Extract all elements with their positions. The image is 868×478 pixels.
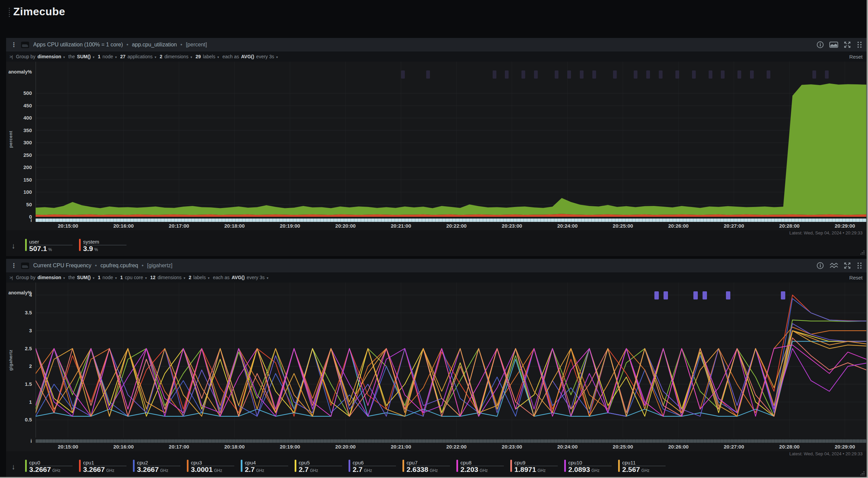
toolbar-expand-icon[interactable]: >| [9,275,13,280]
toolbar-term[interactable]: 1 [120,275,123,280]
kebab-menu-icon[interactable]: ⋮ [11,263,17,269]
toolbar-term[interactable]: node [102,275,113,280]
chevron-down-icon[interactable]: ▾ [183,276,185,280]
info-icon[interactable] [816,41,824,48]
legend-color-chip [25,460,27,472]
panel-header: ⋮ Apps CPU utilization (100% = 1 core) •… [6,38,867,51]
chevron-down-icon[interactable]: ▾ [145,276,147,280]
chart-canvas-cpu-frequency[interactable]: gigahertz anomaly%43.532.521.510.5i20:15… [6,283,867,451]
legend-item-cpu5[interactable]: cpu52.7GHz [295,460,349,474]
x-tick-label: 20:25:00 [613,223,633,229]
toolbar-term: Group by [16,54,36,59]
legend-sort-arrow-icon[interactable]: ↓ [12,462,25,471]
toolbar-term[interactable]: AVG() [232,275,245,280]
chevron-down-icon[interactable]: ▾ [191,55,192,59]
drag-grid-icon[interactable] [856,41,863,48]
chevron-down-icon[interactable]: ▾ [115,55,117,59]
title-drag-icon[interactable] [9,6,10,17]
y-tick-label: 500 [6,90,32,96]
legend-item-cpu8[interactable]: cpu82.203GHz [456,460,510,474]
toolbar-term[interactable]: dimension [38,275,61,280]
toolbar-term[interactable]: applications [127,54,153,59]
chevron-down-icon[interactable]: ▾ [93,55,95,59]
legend-value: 507.1% [29,245,73,253]
info-icon[interactable] [816,262,824,269]
legend-item-cpu1[interactable]: cpu13.2667GHz [79,460,133,474]
legend-color-chip [241,460,242,472]
chevron-down-icon[interactable]: ▾ [63,55,65,59]
chevron-down-icon[interactable]: ▾ [276,55,278,59]
chevron-down-icon[interactable]: ▾ [93,276,95,280]
toolbar-term[interactable]: 2 [160,54,162,59]
toolbar-term[interactable]: SUM() [77,275,91,280]
y-tick-label: 400 [6,115,32,121]
toolbar-term[interactable]: 27 [120,54,126,59]
panel-resize-handle[interactable] [861,250,865,254]
x-tick-label: 20:27:00 [724,223,744,229]
toolbar-term[interactable]: dimensions [164,54,189,59]
legend-sort-arrow-icon[interactable]: ↓ [12,242,25,250]
reset-button[interactable]: Reset [849,54,863,60]
toolbar-term[interactable]: every 3s [256,54,274,59]
legend-color-chip [402,460,404,472]
toolbar-term[interactable]: SUM() [77,54,91,59]
chevron-down-icon[interactable]: ▾ [115,276,117,280]
legend-value: 2.6338GHz [407,466,450,474]
toolbar-term[interactable]: 2 [189,275,192,280]
latest-row: Latest: Wed, Sep 04, 2024 • 20:29:33 [6,230,867,236]
legend-item-cpu11[interactable]: cpu112.567GHz [618,460,672,474]
toolbar-term[interactable]: labels [193,275,206,280]
panel-resize-handle[interactable] [861,471,865,475]
toolbar-term[interactable]: AVG() [241,54,254,59]
legend-item-cpu7[interactable]: cpu72.6338GHz [402,460,456,474]
x-axis-labels: 20:15:0020:16:0020:17:0020:18:0020:19:00… [36,223,866,230]
x-tick-label: 20:24:00 [557,223,577,229]
plot-svg[interactable] [36,283,866,438]
chevron-down-icon[interactable]: ▾ [155,55,156,59]
chart-type-area-icon[interactable] [829,41,838,48]
plot-svg[interactable] [36,62,866,217]
toolbar-term[interactable]: 1 [98,275,101,280]
reset-button[interactable]: Reset [849,275,863,280]
drag-grid-icon[interactable] [856,262,863,269]
x-tick-label: 20:22:00 [446,444,467,450]
legend-items: user507.1%system3.9% [25,239,133,253]
toolbar-expand-icon[interactable]: >| [9,54,13,59]
legend-item-cpu4[interactable]: cpu42.7GHz [241,460,295,474]
plot-region[interactable]: 20:15:0020:16:0020:17:0020:18:0020:19:00… [36,283,866,438]
x-tick-label: 20:23:00 [502,444,522,450]
toolbar-term[interactable]: 12 [150,275,156,280]
legend-item-system[interactable]: system3.9% [79,239,133,253]
legend-item-cpu6[interactable]: cpu62.7GHz [349,460,402,474]
plot-region[interactable]: 20:15:0020:16:0020:17:0020:18:0020:19:00… [36,62,866,217]
kebab-menu-icon[interactable]: ⋮ [11,42,17,48]
fullscreen-icon[interactable] [844,41,851,48]
legend-item-cpu2[interactable]: cpu23.2667GHz [133,460,187,474]
legend-item-cpu9[interactable]: cpu91.8971GHz [510,460,564,474]
x-tick-label: 20:19:00 [280,223,300,229]
toolbar-term[interactable]: every 3s [247,275,265,280]
chart-title: Current CPU Frequency • cpufreq.cpufreq … [33,263,173,269]
fullscreen-icon[interactable] [844,262,851,269]
chevron-down-icon[interactable]: ▾ [217,55,219,59]
toolbar-term[interactable]: cpu core [125,275,143,280]
legend-item-cpu3[interactable]: cpu33.0001GHz [187,460,241,474]
toolbar-term[interactable]: 1 [98,54,101,59]
legend-value: 3.2667GHz [83,466,126,474]
chevron-down-icon[interactable]: ▾ [208,276,210,280]
toolbar-term[interactable]: 29 [196,54,201,59]
x-axis-labels: 20:15:0020:16:0020:17:0020:18:0020:19:00… [36,444,866,451]
chart-canvas-cpu-utilization[interactable]: percent anomaly%500450400350300250200150… [6,62,867,230]
toolbar-term[interactable]: node [102,54,113,59]
chart-type-line-icon[interactable] [829,262,838,269]
chevron-down-icon[interactable]: ▾ [267,276,269,280]
chevron-down-icon[interactable]: ▾ [63,276,65,280]
toolbar-term[interactable]: labels [203,54,215,59]
toolbar-term: each as [213,275,230,280]
legend-item-cpu0[interactable]: cpu03.2667GHz [25,460,79,474]
legend-item-cpu10[interactable]: cpu102.0893GHz [564,460,618,474]
toolbar-term[interactable]: dimension [38,54,61,59]
legend-item-user[interactable]: user507.1% [25,239,79,253]
legend-value: 3.2667GHz [137,466,180,474]
toolbar-term[interactable]: dimensions [158,275,182,280]
